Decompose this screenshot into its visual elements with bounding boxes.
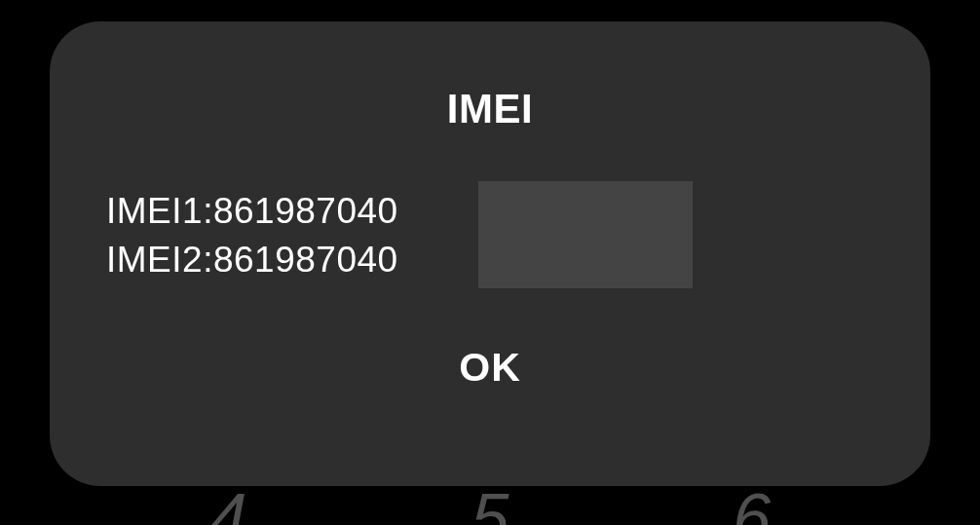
imei2-value: 861987040 <box>213 240 398 280</box>
keypad-row: 4 5 6 <box>0 479 980 525</box>
dialog-content: IMEI1:861987040 IMEI2:861987040 <box>50 187 930 284</box>
imei-dialog: IMEI IMEI1:861987040 IMEI2:861987040 OK <box>50 21 930 486</box>
keypad-digit-5[interactable]: 5 <box>471 479 509 525</box>
ok-button[interactable]: OK <box>50 345 930 391</box>
dialog-title: IMEI <box>50 86 930 132</box>
keypad-digit-6[interactable]: 6 <box>733 479 771 525</box>
redaction-overlay <box>478 181 693 288</box>
imei1-label: IMEI1: <box>106 191 213 231</box>
imei2-label: IMEI2: <box>106 240 213 280</box>
keypad-digit-4[interactable]: 4 <box>209 479 247 525</box>
imei1-value: 861987040 <box>213 191 398 231</box>
